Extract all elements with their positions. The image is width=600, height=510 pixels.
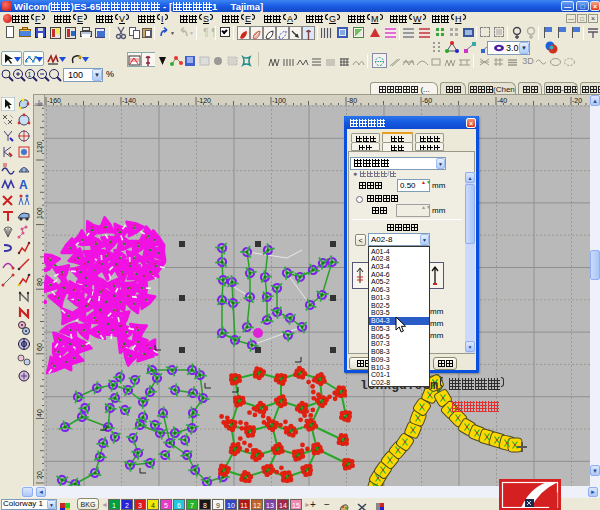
svg-text:-120: -120 — [197, 97, 211, 104]
svg-text:-100: -100 — [272, 97, 286, 104]
svg-text:-80: -80 — [347, 97, 357, 104]
svg-text:100: 100 — [36, 207, 43, 219]
svg-text:-160: -160 — [47, 97, 61, 104]
svg-text:-40: -40 — [497, 97, 507, 104]
svg-text:20: 20 — [36, 471, 43, 479]
svg-text:-60: -60 — [422, 97, 432, 104]
svg-text:40: 40 — [36, 409, 43, 417]
svg-text:-20: -20 — [572, 97, 582, 104]
svg-text:1: 1 — [28, 71, 32, 78]
svg-text:A: A — [19, 178, 28, 191]
svg-text:80: 80 — [36, 278, 43, 286]
svg-text:60: 60 — [36, 343, 43, 351]
svg-text:-140: -140 — [122, 97, 136, 104]
svg-text:120: 120 — [36, 141, 43, 153]
